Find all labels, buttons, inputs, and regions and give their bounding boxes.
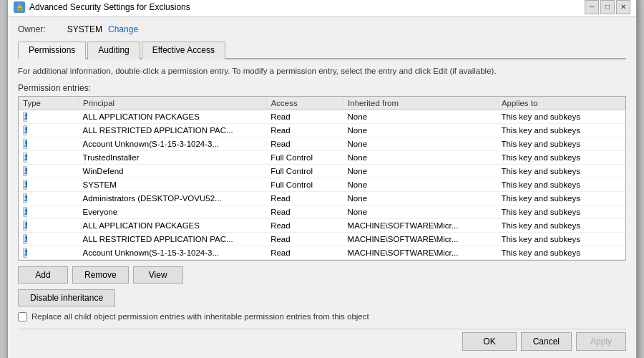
col-header-type: Type (19, 97, 79, 110)
col-header-inherited: Inherited from (343, 97, 497, 110)
cell-applies: This key and subkeys (497, 150, 625, 164)
table-row[interactable]: 👤Allow WinDefend Full Control None This … (19, 164, 625, 178)
row-icon: 👤 (23, 207, 27, 217)
owner-label: Owner: (18, 24, 46, 34)
disable-inheritance-wrapper: Disable inheritance (18, 289, 626, 312)
cell-type: 👤Allow (19, 110, 27, 123)
window-content: Owner: SYSTEM Change Permissions Auditin… (8, 17, 636, 358)
cell-access: Full Control (266, 178, 343, 191)
cell-access: Read (266, 246, 343, 259)
tab-bar: Permissions Auditing Effective Access (18, 40, 626, 59)
ok-button[interactable]: OK (462, 332, 516, 351)
apply-button[interactable]: Apply (576, 332, 626, 351)
table-row[interactable]: 👤Allow TrustedInstaller Full Control Non… (19, 150, 625, 164)
cell-inherited: MACHINE\SOFTWARE\Micr... (343, 246, 497, 259)
col-header-access: Access (266, 97, 343, 110)
cell-applies: This key and subkeys (497, 110, 625, 123)
checkbox-label: Replace all child object permission entr… (31, 312, 369, 321)
row-icon: 👤 (23, 166, 27, 176)
cell-inherited: None (343, 191, 497, 205)
row-icon: 👤 (23, 193, 27, 203)
tab-permissions[interactable]: Permissions (18, 42, 86, 59)
cell-principal: ALL RESTRICTED APPLICATION PAC... (79, 123, 267, 137)
window-title: Advanced Security Settings for Exclusion… (29, 2, 585, 12)
table-row[interactable]: 👤Allow Account Unknown(S-1-15-3-1024-3..… (19, 246, 625, 259)
row-icon: 👤 (23, 248, 27, 258)
add-button[interactable]: Add (18, 266, 68, 284)
section-label: Permission entries: (18, 83, 626, 93)
table-row[interactable]: 👤Allow Account Unknown(S-1-15-3-1024-3..… (19, 137, 625, 150)
cell-type: 👤Allow (19, 260, 27, 261)
minimize-button[interactable]: ─ (585, 0, 599, 14)
row-icon: 👤 (23, 112, 27, 122)
owner-value: SYSTEM (67, 24, 102, 34)
cell-applies: This key and subkeys (497, 246, 625, 259)
table-row[interactable]: 👤Allow Everyone Read None This key and s… (19, 205, 625, 218)
cell-principal: Administrators (DESKTOP-VOVU52... (79, 191, 267, 205)
table-row[interactable]: 👤Allow Administrators (DESKTOP-VOVU52...… (19, 191, 625, 205)
cell-type: 👤Allow (19, 178, 27, 191)
owner-row: Owner: SYSTEM Change (18, 24, 626, 34)
row-icon: 👤 (23, 139, 27, 149)
change-owner-link[interactable]: Change (108, 24, 138, 34)
action-buttons-row: Add Remove View (18, 266, 626, 284)
cell-principal: SYSTEM (79, 178, 267, 191)
row-icon: 👤 (23, 125, 27, 135)
cell-inherited: None (343, 164, 497, 178)
cell-principal: Account Unknown(S-1-15-3-1024-3... (79, 246, 267, 259)
title-bar: 🔒 Advanced Security Settings for Exclusi… (8, 0, 636, 17)
view-button[interactable]: View (133, 266, 183, 284)
row-icon: 👤 (23, 180, 27, 190)
main-window: 🔒 Advanced Security Settings for Exclusi… (7, 0, 637, 358)
cell-principal: Everyone (79, 205, 267, 218)
tab-effective-access[interactable]: Effective Access (142, 42, 225, 59)
disable-inheritance-button[interactable]: Disable inheritance (18, 289, 115, 306)
cell-applies: This key and subkeys (497, 205, 625, 218)
table-row[interactable]: 👤Allow ALL RESTRICTED APPLICATION PAC...… (19, 232, 625, 246)
cell-type: 👤Allow (19, 205, 27, 218)
table-row[interactable]: 👤Allow SYSTEM Full Control None This key… (19, 178, 625, 191)
table-body: 👤Allow ALL APPLICATION PACKAGES Read Non… (19, 110, 625, 261)
cell-type: 👤Allow (19, 192, 27, 205)
table-row[interactable]: 👤Allow ALL RESTRICTED APPLICATION PAC...… (19, 123, 625, 137)
close-button[interactable]: ✕ (616, 0, 630, 14)
checkbox-row: Replace all child object permission entr… (18, 312, 626, 321)
tab-auditing[interactable]: Auditing (87, 42, 140, 59)
cell-applies: This key and subkeys (497, 164, 625, 178)
cell-type: 👤Allow (19, 165, 27, 178)
col-header-principal: Principal (79, 97, 267, 110)
cell-inherited: None (343, 178, 497, 191)
cell-principal: TrustedInstaller (79, 259, 267, 261)
cell-access: Read (266, 123, 343, 137)
table-row[interactable]: 👤Allow ALL APPLICATION PACKAGES Read Non… (19, 110, 625, 123)
cell-inherited: MACHINE\SOFTWARE\Micr... (343, 259, 497, 261)
cell-applies: This key and subkeys (497, 218, 625, 232)
cell-access: Read (266, 205, 343, 218)
cell-principal: ALL RESTRICTED APPLICATION PAC... (79, 232, 267, 246)
table-row[interactable]: 👤Allow TrustedInstaller Full Control MAC… (19, 259, 625, 261)
cell-access: Read (266, 232, 343, 246)
permissions-table-container[interactable]: Type Principal Access Inherited from App… (18, 96, 626, 261)
row-icon: 👤 (23, 153, 27, 163)
cell-inherited: None (343, 205, 497, 218)
cell-principal: TrustedInstaller (79, 150, 267, 164)
row-icon: 👤 (23, 221, 27, 231)
cell-principal: ALL APPLICATION PACKAGES (79, 218, 267, 232)
maximize-button[interactable]: □ (600, 0, 615, 14)
cell-type: 👤Allow (19, 151, 27, 164)
cell-access: Read (266, 137, 343, 150)
cell-access: Read (266, 110, 343, 123)
cell-principal: Account Unknown(S-1-15-3-1024-3... (79, 137, 267, 150)
cell-principal: WinDefend (79, 164, 267, 178)
cell-applies: This key and subkeys (497, 191, 625, 205)
window-icon: 🔒 (14, 1, 25, 13)
table-row[interactable]: 👤Allow ALL APPLICATION PACKAGES Read MAC… (19, 218, 625, 232)
replace-permissions-checkbox[interactable] (18, 312, 27, 321)
cell-inherited: None (343, 110, 497, 123)
cancel-button[interactable]: Cancel (521, 332, 572, 351)
cell-applies: This key and subkeys (497, 259, 625, 261)
cell-applies: This key and subkeys (497, 178, 625, 191)
cell-applies: This key and subkeys (497, 123, 625, 137)
info-text: For additional information, double-click… (18, 65, 626, 77)
remove-button[interactable]: Remove (72, 266, 129, 284)
